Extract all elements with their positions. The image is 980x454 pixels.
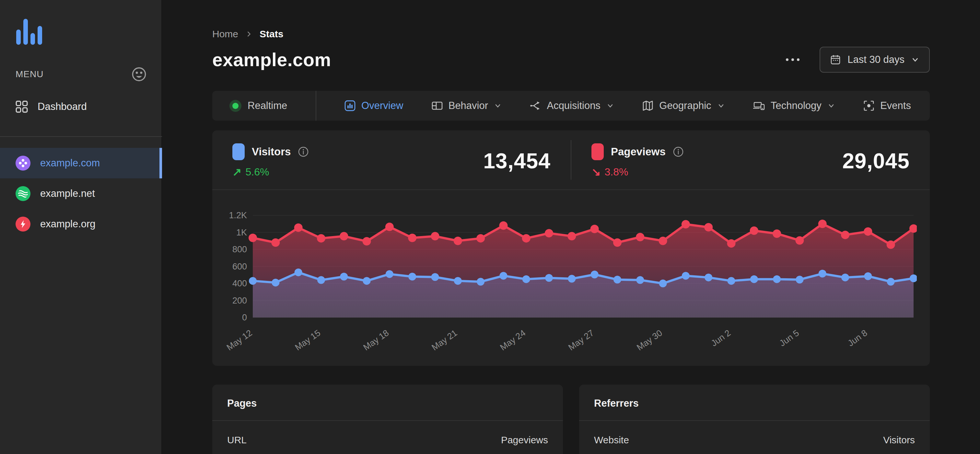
svg-text:May 12: May 12 (225, 328, 254, 352)
tab-label: Overview (361, 100, 403, 112)
pages-card: Pages URL Pageviews (212, 385, 563, 454)
metric-label: Visitors (252, 146, 291, 158)
svg-text:1.2K: 1.2K (229, 210, 247, 220)
site-label: example.org (40, 218, 95, 230)
events-target-icon (863, 100, 874, 111)
chevron-down-icon (911, 56, 920, 64)
pageviews-delta: ↘ 3.8% (592, 166, 684, 178)
chevron-down-icon (827, 102, 835, 110)
pageviews-swatch (592, 143, 604, 160)
tab-behavior[interactable]: Behavior (432, 100, 502, 112)
site-icon-example-com (16, 156, 30, 170)
svg-text:May 27: May 27 (566, 328, 596, 352)
acquisitions-branch-icon (530, 100, 541, 111)
page-title: example.com (212, 49, 331, 70)
more-options-button[interactable] (783, 55, 803, 64)
date-range-button[interactable]: Last 30 days (819, 47, 930, 73)
column-header-pageviews: Pageviews (501, 435, 548, 446)
info-icon[interactable] (298, 146, 309, 157)
site-list: example.com example.net (0, 148, 162, 239)
svg-text:May 18: May 18 (362, 328, 391, 352)
tab-label: Acquisitions (547, 100, 600, 112)
breadcrumb: Home Stats (212, 29, 930, 40)
dot-icon (797, 58, 800, 61)
svg-text:200: 200 (232, 296, 247, 306)
tab-geographic[interactable]: Geographic (642, 100, 725, 112)
svg-text:Jun 8: Jun 8 (846, 328, 869, 348)
svg-text:600: 600 (232, 262, 247, 271)
metric-label: Pageviews (611, 146, 666, 158)
trend-down-icon: ↘ (592, 166, 601, 178)
metric-visitors: Visitors ↗ 5.6% (212, 131, 571, 190)
svg-text:May 21: May 21 (430, 328, 459, 352)
info-icon[interactable] (673, 146, 684, 157)
svg-text:May 30: May 30 (635, 328, 664, 352)
svg-text:800: 800 (232, 245, 247, 254)
behavior-layout-icon (432, 100, 443, 111)
visitors-swatch (232, 143, 245, 160)
delta-value: 5.6% (246, 166, 269, 178)
tab-technology[interactable]: Technology (753, 100, 835, 112)
referrers-card-title: Referrers (579, 385, 930, 420)
tab-overview[interactable]: Overview (345, 100, 403, 112)
main-content: Home Stats example.com (162, 0, 980, 454)
breadcrumb-current: Stats (259, 29, 283, 40)
face-icon[interactable] (132, 67, 146, 82)
site-label: example.com (40, 157, 100, 169)
site-label: example.net (40, 188, 95, 199)
svg-text:May 24: May 24 (498, 328, 527, 352)
geographic-map-icon (642, 100, 653, 111)
metric-pageviews: Pageviews ↘ 3.8% (571, 131, 930, 190)
overview-chart[interactable]: 02004006008001K1.2KMay 12May 15May 18May… (225, 196, 917, 358)
referrers-card: Referrers Website Visitors (579, 385, 930, 454)
sidebar-item-example-net[interactable]: example.net (0, 178, 162, 209)
svg-text:1K: 1K (236, 228, 247, 237)
overview-chart-icon (345, 100, 355, 111)
svg-text:0: 0 (242, 312, 247, 322)
tab-label: Geographic (659, 100, 711, 112)
sidebar-divider (0, 136, 162, 137)
menu-label: MENU (16, 69, 43, 80)
sidebar-item-example-org[interactable]: example.org (0, 209, 162, 239)
sidebar-item-label: Dashboard (38, 101, 87, 113)
dashboard-grid-icon (16, 100, 28, 113)
dot-icon (786, 58, 789, 61)
chevron-down-icon (717, 102, 725, 110)
tab-label: Technology (771, 100, 821, 112)
realtime-pulse-icon (232, 103, 239, 109)
pages-table-header: URL Pageviews (212, 421, 563, 454)
tab-realtime[interactable]: Realtime (231, 100, 287, 112)
chart-area: 02004006008001K1.2KMay 12May 15May 18May… (212, 190, 930, 366)
dot-icon (791, 58, 794, 61)
sidebar: MENU Dashboard (0, 0, 162, 454)
app-logo-bar-chart-icon (16, 18, 162, 45)
delta-value: 3.8% (605, 166, 628, 178)
sidebar-item-dashboard[interactable]: Dashboard (0, 91, 162, 123)
calendar-icon (830, 54, 841, 65)
svg-text:May 15: May 15 (293, 328, 323, 352)
trend-up-icon: ↗ (232, 166, 242, 178)
date-range-label: Last 30 days (848, 54, 905, 65)
tab-label: Realtime (248, 100, 287, 112)
tab-events[interactable]: Events (863, 100, 911, 112)
overview-card: Visitors ↗ 5.6% (212, 131, 930, 366)
sidebar-item-example-com[interactable]: example.com (0, 148, 162, 178)
top-actions: Last 30 days (783, 47, 930, 73)
tab-label: Events (880, 100, 911, 112)
metrics-row: Visitors ↗ 5.6% (212, 131, 930, 190)
chevron-down-icon (494, 102, 502, 110)
breadcrumb-chevron-icon (245, 30, 253, 38)
column-header-url: URL (227, 435, 247, 446)
analytics-app: MENU Dashboard (0, 0, 980, 454)
pageviews-value: 29,045 (842, 148, 910, 173)
visitors-delta: ↗ 5.6% (232, 166, 309, 178)
detail-tables: Pages URL Pageviews Referrers Website Vi… (212, 385, 930, 454)
site-icon-example-net (16, 186, 30, 201)
pages-card-title: Pages (212, 385, 563, 420)
chevron-down-icon (606, 102, 614, 110)
title-row: example.com (212, 47, 930, 73)
breadcrumb-home-link[interactable]: Home (212, 29, 238, 40)
svg-text:400: 400 (232, 279, 247, 288)
tab-acquisitions[interactable]: Acquisitions (530, 100, 614, 112)
view-tabs: Realtime Overview (212, 91, 930, 121)
